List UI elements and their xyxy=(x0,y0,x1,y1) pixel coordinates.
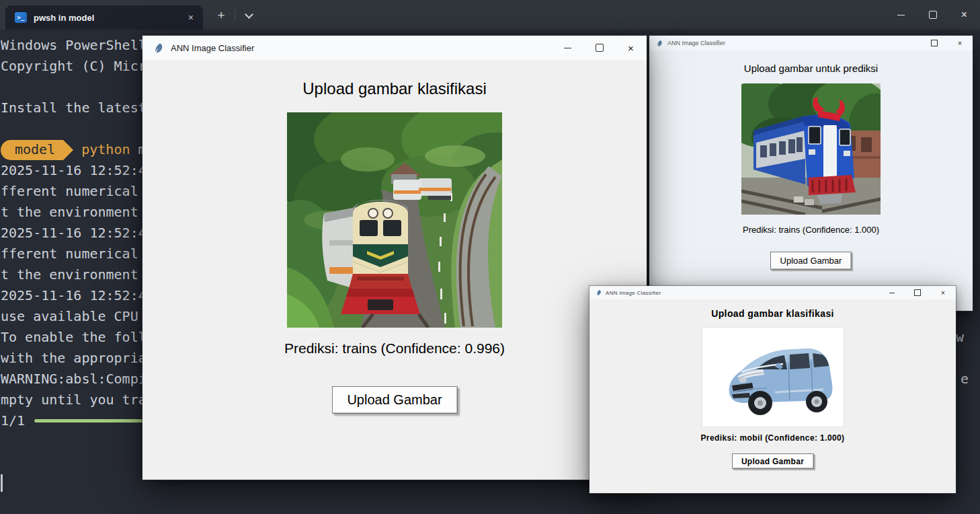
maximize-icon xyxy=(931,40,938,46)
upload-gambar-button[interactable]: Upload Gambar xyxy=(770,252,852,270)
window-heading: Upload gambar klasifikasi xyxy=(589,308,956,319)
window-title: ANN Image Classifier xyxy=(667,40,922,46)
minimize-icon xyxy=(564,48,571,48)
maximize-icon xyxy=(914,289,921,296)
prediction-label: Prediksi: mobil (Confidence: 1.000) xyxy=(589,433,956,443)
window-title: ANN Image Classifier xyxy=(606,290,879,296)
chevron-down-icon[interactable] xyxy=(239,8,258,23)
terminal-titlebar[interactable]: pwsh in model × + × xyxy=(0,0,980,30)
window-heading: Upload gambar untuk prediksi xyxy=(649,63,973,74)
tabbar-divider xyxy=(235,9,235,20)
terminal-line-fragment: e xyxy=(961,369,969,390)
maximize-icon xyxy=(929,11,937,19)
desktop: pwsh in model × + × Windows PowerShell C… xyxy=(0,0,980,514)
maximize-icon xyxy=(596,44,604,52)
window-title: ANN Image Classifier xyxy=(171,43,552,53)
minimize-icon xyxy=(897,15,905,15)
upload-gambar-button[interactable]: Upload Gambar xyxy=(332,386,458,414)
terminal-cursor xyxy=(1,474,3,492)
classifier-window-bottom-right: ANN Image Classifier × Upload gambar kla… xyxy=(589,286,956,493)
tab-close-icon[interactable]: × xyxy=(186,11,196,24)
python-feather-icon xyxy=(153,42,165,54)
classifier-window-top-right: ANN Image Classifier × Upload gambar unt… xyxy=(649,36,973,311)
prediction-label: Prediksi: trains (Confidence: 0.996) xyxy=(142,340,647,357)
python-feather-icon xyxy=(656,40,663,47)
progress-label: 1/1 xyxy=(1,410,25,431)
car-photo xyxy=(702,327,844,427)
close-button[interactable]: × xyxy=(947,36,973,50)
terminal-minimize-button[interactable] xyxy=(885,0,917,30)
maximize-button[interactable] xyxy=(905,286,930,299)
prediction-label: Prediksi: trains (Confidence: 1.000) xyxy=(649,225,973,235)
classifier-window-main: ANN Image Classifier × Upload gambar kla… xyxy=(142,36,647,480)
titlebar[interactable]: ANN Image Classifier × xyxy=(589,286,956,299)
blue-train-photo xyxy=(741,83,881,215)
close-button[interactable]: × xyxy=(930,286,956,299)
minimize-button[interactable] xyxy=(879,286,905,299)
terminal-tab-title: pwsh in model xyxy=(34,13,186,23)
prompt-command: python xyxy=(81,139,130,160)
minimize-button[interactable] xyxy=(552,36,583,60)
window-heading: Upload gambar klasifikasi xyxy=(142,79,647,98)
upload-gambar-button[interactable]: Upload Gambar xyxy=(732,453,814,469)
powershell-icon xyxy=(15,12,27,23)
terminal-close-button[interactable]: × xyxy=(948,0,980,30)
new-tab-button[interactable]: + xyxy=(211,6,231,25)
maximize-button[interactable] xyxy=(583,36,615,60)
train-photo xyxy=(287,112,502,328)
terminal-tab[interactable]: pwsh in model × xyxy=(5,5,203,30)
prompt-badge: model xyxy=(1,140,63,160)
maximize-button[interactable] xyxy=(922,36,947,50)
titlebar[interactable]: ANN Image Classifier × xyxy=(142,36,647,60)
titlebar[interactable]: ANN Image Classifier × xyxy=(649,36,973,50)
minimize-icon xyxy=(889,293,895,293)
terminal-maximize-button[interactable] xyxy=(917,0,948,30)
python-feather-icon xyxy=(596,289,602,296)
close-button[interactable]: × xyxy=(615,36,647,60)
terminal-line-fragment: w xyxy=(956,327,964,348)
